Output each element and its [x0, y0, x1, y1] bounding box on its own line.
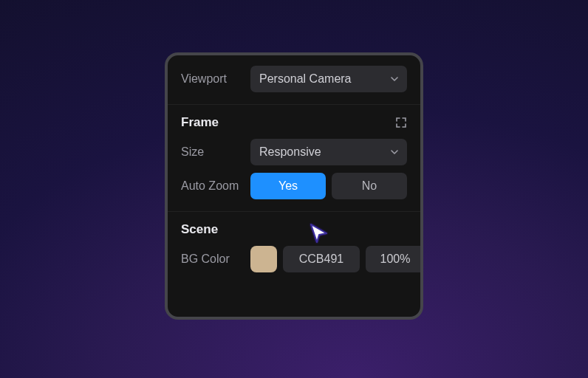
autozoom-label: Auto Zoom: [181, 179, 250, 193]
viewport-select-value: Personal Camera: [259, 72, 352, 86]
bgcolor-label: BG Color: [181, 252, 250, 266]
size-select[interactable]: Responsive: [250, 139, 407, 165]
section-frame: Frame Size Responsive: [168, 105, 420, 212]
bgcolor-swatch[interactable]: [250, 246, 277, 272]
section-viewport: Viewport Personal Camera: [168, 55, 420, 105]
scene-heading: Scene: [181, 222, 218, 237]
autozoom-no-button[interactable]: No: [332, 173, 407, 199]
frame-heading: Frame: [181, 115, 219, 130]
bgcolor-alpha-input[interactable]: 100%: [366, 246, 423, 272]
autozoom-yes-button[interactable]: Yes: [250, 173, 326, 199]
size-select-value: Responsive: [259, 145, 321, 159]
viewport-select[interactable]: Personal Camera: [250, 66, 407, 92]
autozoom-toggle: Yes No: [250, 173, 407, 199]
viewport-label: Viewport: [181, 72, 250, 86]
bgcolor-hex-input[interactable]: CCB491: [283, 246, 360, 272]
chevron-down-icon: [391, 148, 398, 156]
section-scene: Scene BG Color CCB491 100%: [168, 212, 420, 286]
settings-panel: Viewport Personal Camera Frame: [165, 52, 423, 320]
size-label: Size: [181, 145, 250, 159]
expand-icon[interactable]: [395, 117, 407, 128]
chevron-down-icon: [391, 75, 398, 83]
